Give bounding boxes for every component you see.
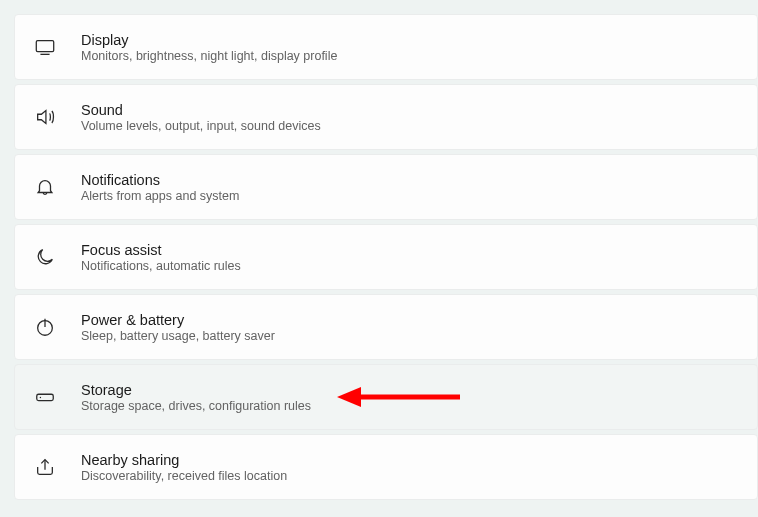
power-icon	[33, 315, 57, 339]
annotation-arrow-icon	[335, 382, 465, 412]
settings-item-focus-assist[interactable]: Focus assist Notifications, automatic ru…	[14, 224, 758, 290]
settings-item-display[interactable]: Display Monitors, brightness, night ligh…	[14, 14, 758, 80]
settings-item-text: Sound Volume levels, output, input, soun…	[81, 102, 321, 133]
storage-icon	[33, 385, 57, 409]
item-desc: Alerts from apps and system	[81, 189, 239, 203]
display-icon	[33, 35, 57, 59]
settings-item-text: Power & battery Sleep, battery usage, ba…	[81, 312, 275, 343]
item-desc: Storage space, drives, configuration rul…	[81, 399, 311, 413]
share-icon	[33, 455, 57, 479]
sound-icon	[33, 105, 57, 129]
item-title: Storage	[81, 382, 311, 398]
svg-marker-7	[337, 387, 361, 407]
bell-icon	[33, 175, 57, 199]
item-desc: Monitors, brightness, night light, displ…	[81, 49, 337, 63]
svg-rect-4	[37, 394, 54, 400]
item-title: Power & battery	[81, 312, 275, 328]
settings-item-text: Nearby sharing Discoverability, received…	[81, 452, 287, 483]
settings-item-text: Storage Storage space, drives, configura…	[81, 382, 311, 413]
svg-point-5	[40, 397, 41, 398]
item-title: Nearby sharing	[81, 452, 287, 468]
settings-item-text: Focus assist Notifications, automatic ru…	[81, 242, 241, 273]
settings-item-sound[interactable]: Sound Volume levels, output, input, soun…	[14, 84, 758, 150]
item-desc: Discoverability, received files location	[81, 469, 287, 483]
item-title: Notifications	[81, 172, 239, 188]
item-title: Sound	[81, 102, 321, 118]
settings-item-text: Display Monitors, brightness, night ligh…	[81, 32, 337, 63]
item-desc: Notifications, automatic rules	[81, 259, 241, 273]
settings-list: Display Monitors, brightness, night ligh…	[0, 14, 758, 500]
settings-item-nearby-sharing[interactable]: Nearby sharing Discoverability, received…	[14, 434, 758, 500]
settings-item-text: Notifications Alerts from apps and syste…	[81, 172, 239, 203]
item-title: Display	[81, 32, 337, 48]
moon-icon	[33, 245, 57, 269]
item-desc: Sleep, battery usage, battery saver	[81, 329, 275, 343]
settings-item-storage[interactable]: Storage Storage space, drives, configura…	[14, 364, 758, 430]
settings-item-notifications[interactable]: Notifications Alerts from apps and syste…	[14, 154, 758, 220]
item-title: Focus assist	[81, 242, 241, 258]
item-desc: Volume levels, output, input, sound devi…	[81, 119, 321, 133]
svg-rect-0	[36, 41, 53, 52]
settings-item-power-battery[interactable]: Power & battery Sleep, battery usage, ba…	[14, 294, 758, 360]
